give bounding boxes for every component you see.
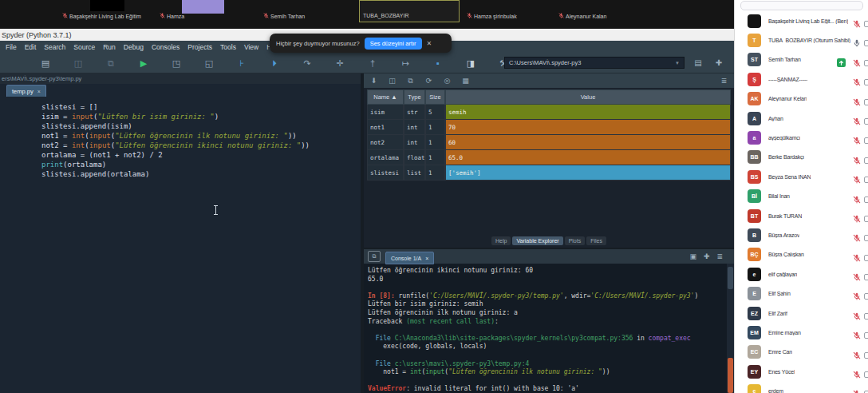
search-icon[interactable]: ◎ [441, 75, 453, 86]
tab-help[interactable]: Help [491, 236, 511, 245]
parent-directory-icon[interactable]: ✚ [712, 57, 726, 69]
save-data-icon[interactable]: ◫ [386, 75, 398, 86]
video-name-label[interactable]: TUBA_BOZBAYIR [363, 13, 408, 18]
participant-row[interactable]: aayşegülkamcı [735, 128, 868, 147]
participant-row[interactable]: EElif Şahin [735, 284, 868, 303]
tab-plots[interactable]: Plots [565, 236, 586, 245]
participant-row[interactable]: AKAleynanur Kelan [735, 89, 868, 109]
menu-run[interactable]: Run [99, 43, 120, 51]
participant-row[interactable]: ECEmre Can [735, 343, 868, 362]
video-name-label[interactable]: Hamza şirinbulak [467, 13, 517, 19]
tab-variable-explorer[interactable]: Variable Explorer [512, 236, 562, 245]
menu-file[interactable]: File [2, 43, 21, 51]
participant-row[interactable]: Ş-----ŞANMAZ----- [735, 69, 868, 89]
column-header[interactable]: Name ▲ [367, 89, 404, 105]
increase-volume-button[interactable]: Ses düzeyini artır [365, 38, 422, 50]
table-row[interactable]: slistesilist1['semih'] [367, 165, 731, 181]
debug-icon[interactable]: ⏵ [267, 56, 282, 70]
save-icon[interactable]: ◫ [71, 56, 85, 70]
working-directory-combobox[interactable]: C:\Users\MAVİ\.spyder-py3 ▼ [504, 57, 685, 69]
import-data-icon[interactable]: ⬇ [368, 75, 380, 86]
camera-off-icon [864, 154, 868, 162]
participant-row[interactable]: BBBerke Bardakçı [735, 148, 868, 167]
participant-row[interactable]: BSBeyza Sena İNAN [735, 167, 868, 186]
save-data-as-icon[interactable]: ⧉ [404, 75, 416, 86]
menu-edit[interactable]: Edit [21, 43, 41, 51]
column-header[interactable]: Value [445, 89, 731, 105]
table-row[interactable]: isimstr5semih [367, 105, 731, 120]
browse-directory-icon[interactable]: ▤ [691, 57, 705, 69]
run-selection-icon[interactable]: ⊦ [235, 56, 249, 70]
run-cell-icon[interactable]: ◳ [169, 56, 183, 70]
run-cell-advance-icon[interactable]: ◱ [202, 56, 216, 70]
column-header[interactable]: Size [425, 89, 445, 105]
menu-projects[interactable]: Projects [183, 43, 216, 51]
new-client-icon[interactable]: ✚ [704, 252, 710, 260]
participant-row[interactable]: EMEmine mayan [735, 323, 868, 342]
column-header[interactable]: Type [404, 89, 425, 105]
console-tab[interactable]: Console 1/A × [385, 252, 434, 264]
variable-explorer-pane: ⬇◫⧉⟳◎▦≣ Name ▲TypeSizeValueisimstr5semih… [364, 73, 734, 248]
run-icon[interactable]: ▶ [136, 56, 151, 70]
participant-name: Emine mayan [768, 330, 801, 335]
menu-consoles[interactable]: Consoles [148, 43, 183, 51]
tab-close-icon[interactable]: × [37, 89, 41, 94]
video-thumbnail[interactable] [182, 0, 224, 14]
participant-row[interactable]: BİBilal İnan [735, 187, 868, 206]
participants-search-input[interactable] [740, 1, 863, 10]
inspect-icon[interactable]: ▣ [689, 252, 696, 260]
open-folder-icon[interactable]: ▤ [38, 56, 53, 70]
camera-off-icon [864, 134, 868, 142]
table-cell: int [404, 135, 425, 150]
step-return-icon[interactable]: † [365, 56, 380, 70]
stop-icon[interactable]: ▪ [431, 56, 445, 70]
step-over-icon[interactable]: ↷ [300, 56, 314, 70]
step-into-icon[interactable]: ✛ [333, 56, 347, 70]
menu-debug[interactable]: Debug [120, 43, 148, 51]
code-line: slistesi.append(ortalama) [0, 169, 361, 179]
table-cell: ['semih'] [445, 165, 731, 181]
participant-row[interactable]: eelif çağlayan [735, 264, 868, 284]
participant-row[interactable]: BTBurak TURAN [735, 206, 868, 225]
menu-search[interactable]: Search [40, 43, 69, 51]
new-console-icon[interactable]: ⧉ [368, 251, 381, 262]
participant-row[interactable]: STSemih Tarhan [735, 50, 868, 69]
console-scrollbar[interactable] [727, 264, 734, 393]
console-output[interactable]: Lütfen öğrencinin ikinci notunu giriniz:… [364, 264, 724, 393]
toast-close-icon[interactable]: ✕ [427, 40, 432, 47]
tab-close-icon[interactable]: × [425, 256, 428, 261]
participant-row[interactable]: EYEnes Yücel [735, 362, 868, 381]
video-name-label[interactable]: Hamza [160, 13, 184, 19]
participant-row[interactable]: BBüşra Arazov [735, 225, 868, 244]
participant-row[interactable]: BÇBüşra Çalışkan [735, 245, 868, 264]
participant-row[interactable]: TTUBA_BOZBAYIR (Oturum Sahibi) [735, 30, 868, 50]
menu-source[interactable]: Source [69, 43, 99, 51]
participant-row[interactable]: AAyhan [735, 109, 868, 128]
participant-row[interactable]: eerdem [735, 381, 868, 393]
camera-off-icon [864, 310, 868, 318]
options-icon[interactable]: ≣ [716, 252, 723, 260]
options-icon[interactable]: ≣ [718, 75, 730, 86]
menu-view[interactable]: View [240, 43, 262, 51]
code-editor[interactable]: slistesi = []isim = input("Lütfen bir is… [0, 97, 361, 393]
video-name-label[interactable]: Semih Tarhan [263, 13, 305, 19]
video-name-label[interactable]: Aleynanur Kalan [558, 13, 606, 19]
editor-tab-temp-py[interactable]: temp.py × [6, 85, 46, 97]
refresh-icon[interactable]: ⟳ [423, 75, 435, 86]
table-row[interactable]: ortalamafloat165.0 [367, 150, 731, 165]
console-line: File c:\users\mavi\.spyder-py3\temp.py:4 [364, 360, 724, 369]
participant-row[interactable]: Başakşehir Living Lab Eğit... (Ben) [735, 11, 868, 30]
maximize-pane-icon[interactable]: ◨ [464, 56, 478, 70]
camera-off-icon [864, 173, 868, 181]
continue-icon[interactable]: ↦ [398, 56, 412, 70]
console-line: ValueError: invalid literal for int() wi… [364, 385, 724, 393]
video-name-label[interactable]: Başakşehir Living Lab Eğitim [62, 13, 141, 19]
table-row[interactable]: not2int160 [367, 135, 731, 150]
save-all-icon[interactable]: ⧉ [104, 56, 118, 70]
filter-icon[interactable]: ▦ [460, 75, 471, 86]
tab-files[interactable]: Files [586, 236, 606, 245]
menu-tools[interactable]: Tools [216, 43, 240, 51]
table-row[interactable]: not1int170 [367, 120, 731, 135]
video-thumbnail[interactable] [90, 0, 124, 11]
participant-row[interactable]: EZElif Zarif [735, 304, 868, 323]
